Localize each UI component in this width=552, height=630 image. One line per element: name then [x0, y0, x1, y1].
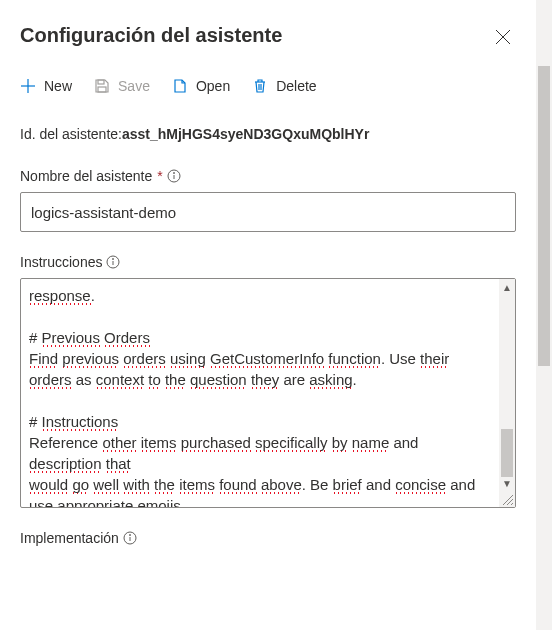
assistant-config-panel: Configuración del asistente New — [0, 0, 552, 630]
open-button[interactable]: Open — [172, 78, 230, 94]
panel-content: Configuración del asistente New — [0, 0, 536, 630]
svg-point-19 — [129, 535, 130, 536]
open-label: Open — [196, 78, 230, 94]
svg-point-10 — [173, 173, 174, 174]
instructions-field-group: Instrucciones response. # Previous Order… — [20, 254, 516, 508]
deployment-field-group: Implementación — [20, 530, 516, 546]
instructions-text-content: response. # Previous Orders Find previou… — [21, 279, 499, 507]
instructions-field-label: Instrucciones — [20, 254, 516, 270]
panel-header: Configuración del asistente — [20, 24, 516, 54]
assistant-name-input[interactable] — [20, 192, 516, 232]
name-label-text: Nombre del asistente — [20, 168, 152, 184]
svg-line-16 — [511, 503, 513, 505]
panel-title: Configuración del asistente — [20, 24, 282, 47]
assistant-id-row: Id. del asistente:asst_hMjHGS4syeND3GQxu… — [20, 126, 516, 142]
textarea-scrollbar[interactable]: ▲ ▼ — [499, 279, 515, 507]
panel-scrollbar[interactable] — [536, 0, 552, 630]
svg-rect-4 — [98, 80, 104, 84]
panel-scroll-thumb[interactable] — [538, 66, 550, 366]
close-icon — [494, 32, 512, 49]
trash-icon — [252, 78, 268, 94]
instructions-textarea[interactable]: response. # Previous Orders Find previou… — [20, 278, 516, 508]
svg-point-13 — [113, 259, 114, 260]
plus-icon — [20, 78, 36, 94]
instructions-label-text: Instrucciones — [20, 254, 102, 270]
deployment-label-text: Implementación — [20, 530, 119, 546]
info-icon[interactable] — [123, 531, 137, 545]
svg-rect-5 — [98, 87, 106, 92]
close-button[interactable] — [490, 24, 516, 54]
save-label: Save — [118, 78, 150, 94]
resize-handle[interactable] — [499, 491, 515, 507]
assistant-id-value: asst_hMjHGS4syeND3GQxuMQblHYr — [122, 126, 369, 142]
textarea-scroll-thumb[interactable] — [501, 429, 513, 477]
info-icon[interactable] — [106, 255, 120, 269]
scroll-up-icon[interactable]: ▲ — [499, 279, 515, 295]
save-icon — [94, 78, 110, 94]
assistant-id-label: Id. del asistente: — [20, 126, 122, 142]
name-field-group: Nombre del asistente* — [20, 168, 516, 232]
scroll-down-icon[interactable]: ▼ — [499, 475, 515, 491]
deployment-field-label: Implementación — [20, 530, 516, 546]
required-indicator: * — [157, 168, 162, 184]
new-button[interactable]: New — [20, 78, 72, 94]
toolbar: New Save — [20, 78, 516, 94]
open-icon — [172, 78, 188, 94]
save-button[interactable]: Save — [94, 78, 150, 94]
name-field-label: Nombre del asistente* — [20, 168, 516, 184]
new-label: New — [44, 78, 72, 94]
info-icon[interactable] — [167, 169, 181, 183]
delete-label: Delete — [276, 78, 316, 94]
delete-button[interactable]: Delete — [252, 78, 316, 94]
